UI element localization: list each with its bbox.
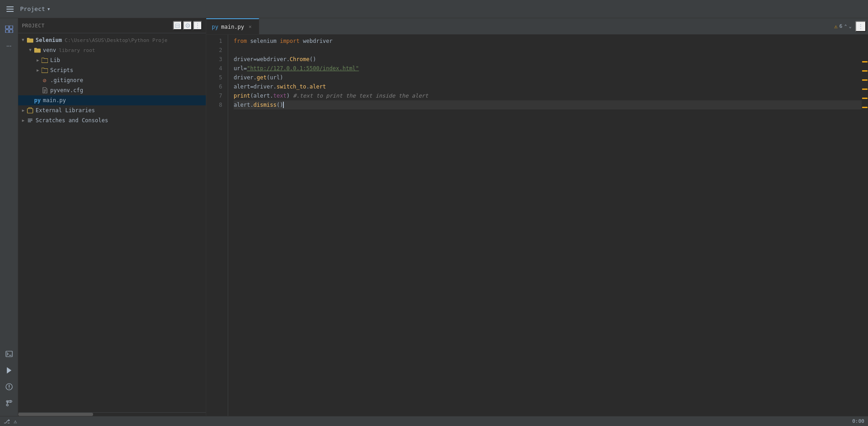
line-num-2: 2 xyxy=(206,46,222,55)
sidebar-collapse-button[interactable]: ⊟ xyxy=(173,21,182,30)
bottom-bar-right: 0:00 xyxy=(852,418,865,424)
line-num-6: 6 xyxy=(206,82,222,91)
sidebar-header: Project ⊟ ⚙ ⋮ xyxy=(18,18,206,33)
line-numbers: 1 2 3 4 5 6 7 8 xyxy=(206,35,228,416)
paren-5b: ) xyxy=(280,73,283,82)
line-num-5: 5 xyxy=(206,73,222,82)
folder-icon-venv xyxy=(34,47,41,54)
editor-more-button[interactable]: ⋮ xyxy=(855,21,866,32)
project-view-button[interactable] xyxy=(2,22,16,36)
cursor xyxy=(283,102,284,108)
sidebar-scrollbar-thumb[interactable] xyxy=(18,413,93,416)
kw-from: from xyxy=(234,36,247,46)
svg-rect-6 xyxy=(10,30,13,33)
editor-content: 1 2 3 4 5 6 7 8 from selenium import xyxy=(206,35,868,416)
ref-driver-6: driver xyxy=(253,82,273,91)
line-num-7: 7 xyxy=(206,91,222,100)
string-url: "http://127.0.0.1:5500/index.html" xyxy=(247,64,359,73)
right-margin-gutter xyxy=(862,35,868,416)
prop-text: text xyxy=(273,91,287,100)
tree-label-scratches: Scratches and Consoles xyxy=(36,117,108,124)
tree-label-pyvenv: pyvenv.cfg xyxy=(50,87,83,94)
code-line-7: print ( alert . text ) #.text to print t… xyxy=(234,91,862,100)
svg-marker-9 xyxy=(7,367,11,374)
git-button[interactable] xyxy=(2,396,16,410)
warning-collapse-icon[interactable]: ⌄ xyxy=(849,24,852,29)
run-button[interactable] xyxy=(2,363,16,378)
tree-item-lib[interactable]: ▶ Lib xyxy=(18,55,206,65)
ext-lib-icon xyxy=(26,107,34,114)
paren-5a: ( xyxy=(267,73,270,82)
ref-url-5: url xyxy=(270,73,280,82)
warning-expand-icon[interactable]: ⌃ xyxy=(844,24,847,29)
project-selector[interactable]: Project ▾ xyxy=(16,4,54,14)
tree-path-selenium: C:\Users\ASUS\Desktop\Python Proje xyxy=(65,37,167,43)
tree-item-ext-libs[interactable]: ▶ External Libraries xyxy=(18,105,206,115)
sidebar-settings-button[interactable]: ⚙ xyxy=(183,21,192,30)
svg-rect-3 xyxy=(5,26,9,29)
line-num-1: 1 xyxy=(206,36,222,46)
structure-icon: ··· xyxy=(6,42,12,49)
file-tree: ▶ Selenium C:\Users\ASUS\Desktop\Python … xyxy=(18,33,206,412)
ref-webdriver: webdriver xyxy=(257,55,287,64)
tree-item-main-py[interactable]: ▶ py main.py xyxy=(18,95,206,105)
kw-import: import xyxy=(280,36,299,46)
tree-label-selenium: Selenium xyxy=(36,37,62,43)
margin-tick-3 xyxy=(862,79,868,81)
code-line-2 xyxy=(234,46,862,55)
sidebar-scrollbar[interactable] xyxy=(18,412,206,416)
problems-button[interactable] xyxy=(2,379,16,394)
tabs-bar: py main.py ✕ ⚠ 6 ⌃ ⌄ ⋮ xyxy=(206,18,868,35)
method-chrome: Chrome xyxy=(290,55,309,64)
ref-alert-7: alert xyxy=(253,91,270,100)
bottom-bar-left: ⎇ ⚠ xyxy=(4,418,17,425)
tabs-right-actions: ⚠ 6 ⌃ ⌄ ⋮ xyxy=(834,18,868,34)
menu-button[interactable] xyxy=(4,3,16,16)
ref-driver-5: driver xyxy=(234,73,253,82)
tree-label-main: main.py xyxy=(43,97,66,104)
tree-item-pyvenv[interactable]: ▶ pyvenv.cfg xyxy=(18,85,206,95)
svg-rect-0 xyxy=(6,6,14,7)
code-line-3: driver = webdriver . Chrome () xyxy=(234,55,862,64)
tab-py-icon: py xyxy=(212,24,218,30)
tree-arrow-selenium: ▶ xyxy=(20,37,26,43)
scratches-icon xyxy=(26,117,34,124)
tree-item-scratches[interactable]: ▶ Scratches and Consoles xyxy=(18,115,206,125)
paren-7a: ( xyxy=(250,91,253,100)
code-line-4: url = "http://127.0.0.1:5500/index.html" xyxy=(234,64,862,73)
var-driver: driver xyxy=(234,55,253,64)
code-editor[interactable]: from selenium import webdriver driver = … xyxy=(228,35,862,416)
sidebar-more-button[interactable]: ⋮ xyxy=(193,21,202,30)
tree-item-venv[interactable]: ▶ venv library root xyxy=(18,45,206,55)
tree-label-scripts: Scripts xyxy=(50,67,73,73)
tree-arrow-scratches: ▶ xyxy=(20,117,26,124)
tree-arrow-lib: ▶ xyxy=(35,57,41,63)
svg-rect-4 xyxy=(10,26,13,29)
terminal-button[interactable] xyxy=(2,347,16,361)
svg-point-12 xyxy=(9,388,10,389)
warning-count: 6 xyxy=(839,23,842,29)
tab-close-main[interactable]: ✕ xyxy=(247,24,253,30)
code-line-6: alert = driver . switch_to . alert xyxy=(234,82,862,91)
tree-label-venv: venv xyxy=(43,47,56,53)
folder-icon-scripts xyxy=(41,67,48,74)
tree-arrow-extlib: ▶ xyxy=(20,107,26,114)
tree-arrow-venv: ▶ xyxy=(27,47,34,53)
svg-rect-1 xyxy=(6,9,14,10)
top-bar: Project ▾ xyxy=(0,0,868,18)
tree-item-gitignore[interactable]: ▶ ⊘ .gitignore xyxy=(18,75,206,85)
tab-main-py[interactable]: py main.py ✕ xyxy=(206,18,259,34)
bottom-time: 0:00 xyxy=(852,418,865,424)
tree-label-extlib: External Libraries xyxy=(36,107,95,114)
warning-icon: ⚠ xyxy=(834,23,837,30)
cfg-file-icon xyxy=(41,87,48,94)
folder-icon-lib xyxy=(41,57,48,64)
editor-area: py main.py ✕ ⚠ 6 ⌃ ⌄ ⋮ 1 2 3 4 xyxy=(206,18,868,416)
structure-button[interactable]: ··· xyxy=(2,38,16,53)
tree-item-scripts[interactable]: ▶ Scripts xyxy=(18,65,206,75)
tree-item-selenium[interactable]: ▶ Selenium C:\Users\ASUS\Desktop\Python … xyxy=(18,35,206,45)
folder-icon-selenium xyxy=(26,36,34,44)
tree-label-gitignore: .gitignore xyxy=(50,77,83,83)
left-toolbar-bottom xyxy=(2,347,16,416)
main-layout: ··· xyxy=(0,18,868,416)
